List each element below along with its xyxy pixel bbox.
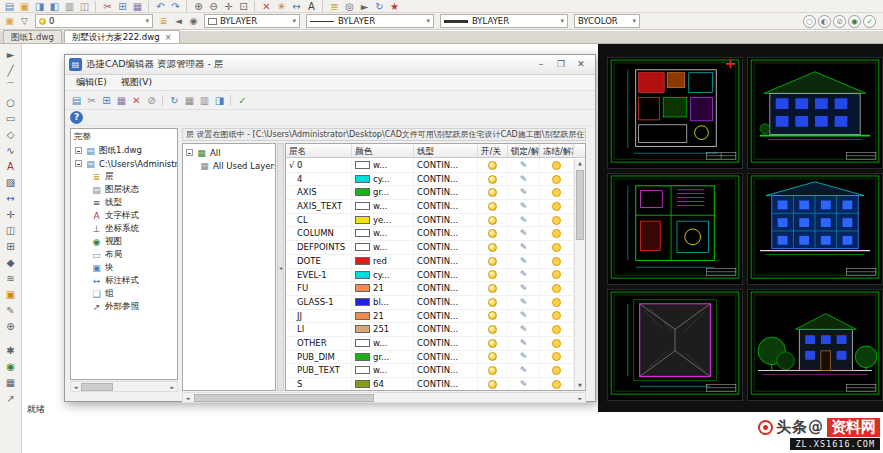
erase-icon[interactable]: ✕ xyxy=(259,0,274,13)
status-circle-4-icon[interactable]: ◉ xyxy=(848,15,861,28)
viewport-elevation-1[interactable] xyxy=(747,57,883,169)
color-swatch[interactable] xyxy=(355,257,370,265)
tab-drawing2[interactable]: 别墅设计方案222.dwg× xyxy=(64,30,180,43)
open-icon[interactable]: ▣ xyxy=(17,0,32,13)
copy-layer-icon[interactable]: ⊞ xyxy=(99,93,114,108)
lock-pencil-icon[interactable]: ✎ xyxy=(520,161,528,170)
dialog-horizontal-scrollbar[interactable]: ◄ ► xyxy=(182,392,586,403)
zoom-tool-icon[interactable]: ⊕ xyxy=(3,319,19,334)
zoom-extents-icon[interactable]: ⊡ xyxy=(236,0,251,13)
color-swatch[interactable] xyxy=(355,188,370,196)
lock-pencil-icon[interactable]: ✎ xyxy=(520,339,528,348)
tree-item-drawing1[interactable]: ▤图纸1.dwg xyxy=(71,144,177,157)
freeze-sun-icon[interactable] xyxy=(552,352,561,361)
tab-close-icon[interactable]: × xyxy=(165,31,172,43)
tree-item-groups[interactable]: ❑组 xyxy=(71,287,177,300)
on-off-bulb-icon[interactable] xyxy=(488,161,497,170)
move-tool-icon[interactable]: ✛ xyxy=(3,207,19,222)
viewport-floor-plan-1[interactable] xyxy=(607,57,743,169)
freeze-sun-icon[interactable] xyxy=(552,311,561,320)
column-header[interactable]: 锁定/解锁 xyxy=(508,144,540,157)
block-tool-icon[interactable]: ▣ xyxy=(3,287,19,302)
render-tool-icon[interactable]: ◉ xyxy=(3,359,19,374)
on-off-bulb-icon[interactable] xyxy=(488,325,497,334)
freeze-sun-icon[interactable] xyxy=(552,161,561,170)
scroll-up-arrow-icon[interactable]: ▲ xyxy=(578,159,582,168)
new-icon[interactable]: ▤ xyxy=(2,0,17,13)
lineweight-combo[interactable]: BYLAYER▾ xyxy=(440,14,568,28)
color-swatch[interactable] xyxy=(355,243,370,251)
dimension-tool-icon[interactable]: ↔ xyxy=(3,191,19,206)
tree-item-layer-states[interactable]: ▤图层状态 xyxy=(71,183,177,196)
layer-row[interactable]: √0w...CONTIN...✎ xyxy=(286,159,574,173)
freeze-sun-icon[interactable] xyxy=(552,366,561,375)
find-icon[interactable]: ◎ xyxy=(342,0,357,13)
layer-isolate-icon[interactable]: ◉ xyxy=(186,15,201,28)
cut-icon[interactable]: ✂ xyxy=(100,0,115,13)
table-vertical-scrollbar[interactable]: ▲ ▼ xyxy=(574,159,585,390)
on-off-bulb-icon[interactable] xyxy=(488,298,497,307)
on-off-bulb-icon[interactable] xyxy=(488,202,497,211)
copy-icon[interactable]: ⊞ xyxy=(115,0,130,13)
refresh-icon[interactable]: ↻ xyxy=(167,93,182,108)
print-preview-icon[interactable]: ◫ xyxy=(77,0,92,13)
viewport-floor-plan-2[interactable] xyxy=(607,173,743,285)
viewport-roof-plan[interactable] xyxy=(607,289,743,401)
on-off-bulb-icon[interactable] xyxy=(488,216,497,225)
array-tool-icon[interactable]: ⊞ xyxy=(3,239,19,254)
freeze-sun-icon[interactable] xyxy=(552,229,561,238)
freeze-sun-icon[interactable] xyxy=(552,270,561,279)
paste-icon[interactable]: ▦ xyxy=(130,0,145,13)
color-swatch[interactable] xyxy=(355,298,370,306)
dialog-titlebar[interactable]: ▤ 迅捷CAD编辑器 资源管理器 - 层 – ❐ ✕ xyxy=(65,55,595,75)
color-swatch[interactable] xyxy=(355,380,370,388)
layer-combo[interactable]: 0▾ xyxy=(35,14,153,28)
lock-pencil-icon[interactable]: ✎ xyxy=(520,175,528,184)
color-combo[interactable]: BYLAYER▾ xyxy=(204,14,300,28)
lock-pencil-icon[interactable]: ✎ xyxy=(520,284,528,293)
on-off-bulb-icon[interactable] xyxy=(488,188,497,197)
delete-layer-icon[interactable]: ✕ xyxy=(129,93,144,108)
on-off-bulb-icon[interactable] xyxy=(488,366,497,375)
freeze-sun-icon[interactable] xyxy=(552,380,561,389)
menu-item[interactable]: 视图(V) xyxy=(114,76,159,89)
lock-pencil-icon[interactable]: ✎ xyxy=(520,366,528,375)
multiline-tool-icon[interactable]: ≋ xyxy=(3,271,19,286)
layers-icon[interactable]: ≣ xyxy=(327,0,342,13)
layer-row[interactable]: FU21CONTIN...✎ xyxy=(286,282,574,296)
tree-item-blocks[interactable]: ▣块 xyxy=(71,261,177,274)
grid-view-icon[interactable]: ▦ xyxy=(182,93,197,108)
color-swatch[interactable] xyxy=(355,325,370,333)
freeze-sun-icon[interactable] xyxy=(552,284,561,293)
color-swatch[interactable] xyxy=(355,271,370,279)
layer-row[interactable]: AXISgr...CONTIN...✎ xyxy=(286,186,574,200)
favorite-icon[interactable]: ★ xyxy=(387,0,402,13)
filter-item-all-used[interactable]: ▦All Used Layers xyxy=(183,159,275,172)
layer-previous-icon[interactable]: ◄ xyxy=(171,15,186,28)
freeze-sun-icon[interactable] xyxy=(552,202,561,211)
layer-row[interactable]: AXIS_TEXTw...CONTIN...✎ xyxy=(286,200,574,214)
column-header[interactable]: 层名 xyxy=(286,144,352,157)
redo-icon[interactable]: ↷ xyxy=(168,0,183,13)
paste-layer-icon[interactable]: ▦ xyxy=(114,93,129,108)
select-tool-icon[interactable]: ► xyxy=(3,47,19,62)
layer-row[interactable]: DOTEredCONTIN...✎ xyxy=(286,255,574,269)
expander-icon[interactable] xyxy=(186,149,193,156)
on-off-bulb-icon[interactable] xyxy=(488,311,497,320)
new-layer-icon[interactable]: ▤ xyxy=(69,93,84,108)
scroll-left-arrow-icon[interactable]: ◄ xyxy=(71,384,80,390)
color-swatch[interactable] xyxy=(355,353,370,361)
status-circle-2-icon[interactable]: ◐ xyxy=(818,15,831,28)
lock-pencil-icon[interactable]: ✎ xyxy=(520,380,528,389)
layer-row[interactable]: 4cy...CONTIN...✎ xyxy=(286,173,574,187)
tree-item-dimension-styles[interactable]: ↔标注样式 xyxy=(71,274,177,287)
settings-tool-icon[interactable]: ✱ xyxy=(3,343,19,358)
circle-tool-icon[interactable]: ○ xyxy=(3,95,19,110)
tree-item-text-styles[interactable]: A文字样式 xyxy=(71,209,177,222)
line-tool-icon[interactable]: ╱ xyxy=(3,63,19,78)
layer-row[interactable]: S64CONTIN...✎ xyxy=(286,378,574,390)
expander-icon[interactable] xyxy=(75,147,82,154)
layer-row[interactable]: JJ21CONTIN...✎ xyxy=(286,310,574,324)
purge-icon[interactable]: ⊘ xyxy=(144,93,159,108)
column-header[interactable]: 开/关 xyxy=(478,144,508,157)
